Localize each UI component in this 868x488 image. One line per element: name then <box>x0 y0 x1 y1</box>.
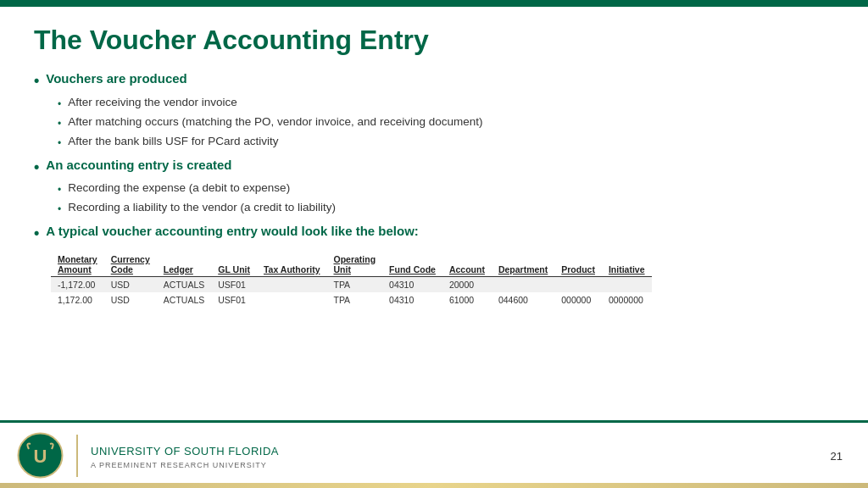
sub-dot-2-2: • <box>58 202 61 217</box>
row1-tax <box>257 276 327 292</box>
page-number: 21 <box>831 450 843 463</box>
footer-logo-area: U <box>17 432 64 479</box>
sub-bullet-list-1: • After receiving the vendor invoice • A… <box>34 94 834 151</box>
main-bullet-text-3: A typical voucher accounting entry would… <box>46 224 419 238</box>
th-monetary-amount: MonetaryAmount <box>51 252 104 277</box>
sub-bullet-1-1: • After receiving the vendor invoice <box>58 94 834 112</box>
row2-monetary: 1,172.00 <box>51 292 104 308</box>
footer-university-name: UNIVERSITY OF SOUTH FLORIDA <box>91 441 279 459</box>
top-bar <box>0 0 868 7</box>
bullet-vouchers-produced: • Vouchers are produced • After receivin… <box>34 71 834 150</box>
sub-dot-2-1: • <box>58 182 61 197</box>
th-department: Department <box>492 252 554 277</box>
sub-dot-1-2: • <box>58 116 61 131</box>
row1-currency: USD <box>104 276 157 292</box>
footer-divider <box>76 435 78 477</box>
table-section: MonetaryAmount CurrencyCode Ledger GL Un… <box>51 252 834 308</box>
row2-dept: 044600 <box>492 292 554 308</box>
south-florida-word: SOUTH FLORIDA <box>184 445 279 458</box>
footer-text-area: UNIVERSITY OF SOUTH FLORIDA A Preeminent… <box>91 441 279 469</box>
row2-opunit: TPA <box>326 292 382 308</box>
main-bullet-dot-1: • <box>34 71 39 91</box>
table-row-2: 1,172.00 USD ACTUALS USF01 TPA 04310 610… <box>51 292 652 308</box>
bullet-accounting-entry: • An accounting entry is created • Recor… <box>34 158 834 217</box>
row1-opunit: TPA <box>326 276 382 292</box>
accounting-table: MonetaryAmount CurrencyCode Ledger GL Un… <box>51 252 652 308</box>
row2-tax <box>257 292 327 308</box>
of-word: OF <box>164 445 184 458</box>
table-row-1: -1,172.00 USD ACTUALS USF01 TPA 04310 20… <box>51 276 652 292</box>
sub-dot-1-3: • <box>58 136 61 151</box>
th-account: Account <box>442 252 492 277</box>
sub-bullet-2-2: • Recording a liability to the vendor (a… <box>58 199 834 217</box>
row2-fundcode: 04310 <box>382 292 442 308</box>
bullet-typical-voucher: • A typical voucher accounting entry wou… <box>34 224 834 243</box>
row1-monetary: -1,172.00 <box>51 276 104 292</box>
row2-initiative: 0000000 <box>602 292 652 308</box>
row2-ledger: ACTUALS <box>157 292 211 308</box>
sub-bullet-1-3: • After the bank bills USF for PCard act… <box>58 133 834 151</box>
row1-glunit: USF01 <box>211 276 257 292</box>
footer: U UNIVERSITY OF SOUTH FLORIDA A Preemine… <box>0 420 868 488</box>
slide-title: The Voucher Accounting Entry <box>34 24 834 56</box>
sub-bullet-list-2: • Recording the expense (a debit to expe… <box>34 180 834 217</box>
row2-product: 000000 <box>554 292 602 308</box>
main-bullet-dot-2: • <box>34 158 39 177</box>
svg-text:U: U <box>34 446 47 467</box>
main-bullet-text-1: Vouchers are produced <box>46 71 186 86</box>
main-bullet-text-2: An accounting entry is created <box>46 158 231 172</box>
th-currency-code: CurrencyCode <box>104 252 157 277</box>
main-bullet-list: • Vouchers are produced • After receivin… <box>34 71 834 243</box>
th-ledger: Ledger <box>157 252 211 277</box>
row1-dept <box>492 276 554 292</box>
th-tax-authority: Tax Authority <box>257 252 327 277</box>
university-word: UNIVERSITY <box>91 445 164 458</box>
row1-account: 20000 <box>442 276 492 292</box>
row1-initiative <box>602 276 652 292</box>
row1-ledger: ACTUALS <box>157 276 211 292</box>
row2-account: 61000 <box>442 292 492 308</box>
row1-fundcode: 04310 <box>382 276 442 292</box>
th-initiative: Initiative <box>602 252 652 277</box>
content-area: The Voucher Accounting Entry • Vouchers … <box>0 7 868 420</box>
row1-product <box>554 276 602 292</box>
th-fund-code: Fund Code <box>382 252 442 277</box>
th-product: Product <box>554 252 602 277</box>
footer-tagline: A Preeminent Research University <box>91 461 279 469</box>
th-operating-unit: OperatingUnit <box>326 252 382 277</box>
row2-glunit: USF01 <box>211 292 257 308</box>
sub-dot-1-1: • <box>58 97 61 112</box>
usf-bull-icon: U <box>17 432 64 479</box>
th-gl-unit: GL Unit <box>211 252 257 277</box>
row2-currency: USD <box>104 292 157 308</box>
main-bullet-dot-3: • <box>34 224 39 243</box>
sub-bullet-2-1: • Recording the expense (a debit to expe… <box>58 180 834 197</box>
footer-gold-bar <box>0 483 868 488</box>
sub-bullet-1-2: • After matching occurs (matching the PO… <box>58 114 834 131</box>
